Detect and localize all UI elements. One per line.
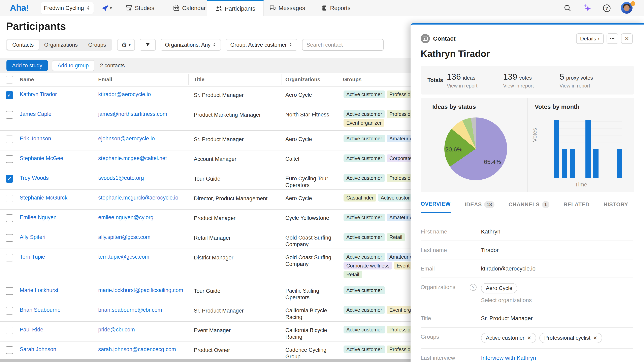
- view-in-report-link[interactable]: View in report: [503, 83, 560, 89]
- row-checkbox[interactable]: [6, 287, 13, 295]
- tab-contacts[interactable]: Contacts: [7, 40, 39, 50]
- table-row: Ally Spiterially.spiteri@gcsc.comRetail …: [0, 229, 410, 249]
- contact-name-link[interactable]: Marie Lockhurst: [20, 287, 58, 293]
- filter-button[interactable]: [140, 39, 156, 51]
- contact-name-link[interactable]: Terri Tupie: [20, 254, 45, 260]
- settings-dropdown-button[interactable]: ⚙︎ ▾: [117, 39, 135, 51]
- tab-overview[interactable]: OVERVIEW: [420, 199, 450, 213]
- search-button[interactable]: [564, 4, 572, 12]
- contact-email-link[interactable]: emilee.nguyen@cy.org: [98, 214, 154, 221]
- col-name[interactable]: Name: [20, 76, 34, 83]
- workspace-nav-menu[interactable]: ▾: [100, 4, 112, 12]
- col-title[interactable]: Title: [194, 76, 204, 83]
- contact-email-link[interactable]: brian.seabourne@cbr.com: [98, 307, 162, 313]
- add-to-study-button[interactable]: Add to study: [6, 60, 48, 71]
- group-badge: Active customer: [344, 135, 385, 142]
- details-button[interactable]: Details ›: [576, 33, 604, 44]
- contact-name-link[interactable]: Emilee Nguyen: [20, 214, 56, 221]
- group-badge: Active customer: [344, 233, 385, 241]
- bar: [593, 149, 598, 178]
- table-row: ✓Kathryn Tiradorktirador@aerocycle.ioSr.…: [0, 86, 410, 106]
- row-checkbox[interactable]: [6, 307, 13, 315]
- horizontal-scrollbar[interactable]: [0, 359, 410, 362]
- group-badge: Amateur cyclist: [386, 253, 410, 261]
- contact-name-link[interactable]: James Caple: [20, 111, 52, 117]
- contact-email-link[interactable]: twoods1@euto.org: [98, 175, 144, 181]
- more-actions-button[interactable]: •••: [606, 33, 618, 44]
- remove-chip-icon[interactable]: ✕: [593, 335, 597, 341]
- row-checkbox[interactable]: [6, 327, 13, 334]
- contact-email-link[interactable]: ejohnson@aerocycle.io: [98, 136, 155, 142]
- add-to-group-button[interactable]: Add to group: [52, 60, 94, 71]
- view-in-report-link[interactable]: View in report: [560, 83, 616, 89]
- aha-logo[interactable]: Aha!: [10, 3, 29, 13]
- row-checkbox[interactable]: [6, 111, 13, 119]
- nav-item-participants[interactable]: Participants: [207, 0, 264, 16]
- contact-email-link[interactable]: ally.spiteri@gcsc.com: [98, 234, 150, 240]
- help-button[interactable]: ?: [602, 4, 611, 12]
- contact-name-link[interactable]: Stephanie McGurck: [20, 195, 68, 201]
- field-value[interactable]: ktirador@aerocycle.io: [481, 265, 536, 272]
- contact-name-link[interactable]: Erik Johnson: [20, 136, 51, 142]
- contact-email-link[interactable]: stephanie.mcgee@caltel.net: [98, 155, 167, 161]
- contact-name-link[interactable]: Ally Spiteri: [20, 234, 46, 240]
- contact-email-link[interactable]: terri.tupie@gcsc.com: [98, 254, 149, 260]
- tab-groups[interactable]: Groups: [83, 40, 111, 50]
- tab-organizations[interactable]: Organizations: [39, 40, 83, 50]
- col-email[interactable]: Email: [98, 76, 112, 83]
- contact-name-link[interactable]: Sarah Johnson: [20, 346, 56, 353]
- interview-link[interactable]: Interview with Kathryn: [481, 354, 536, 362]
- tab-ideas[interactable]: IDEAS 18: [465, 199, 494, 213]
- col-organizations[interactable]: Organizations: [285, 76, 320, 83]
- col-groups[interactable]: Groups: [343, 76, 362, 83]
- organizations-filter-dropdown[interactable]: Organizations: Any: [160, 39, 221, 51]
- contact-email-link[interactable]: sarah.johnson@cadencecg.com: [98, 346, 176, 353]
- contact-email-link[interactable]: james@northstarfitness.com: [98, 111, 167, 117]
- nav-item-studies[interactable]: Studies: [126, 0, 154, 16]
- contact-name-link[interactable]: Kathryn Tirador: [20, 91, 57, 97]
- contact-email-link[interactable]: stephanie.mcgurck@aerocycle.io: [98, 195, 178, 201]
- row-checkbox[interactable]: [6, 234, 13, 242]
- group-filter-dropdown[interactable]: Group: Active customer: [226, 39, 297, 51]
- contact-email-link[interactable]: pride@cbr.com: [98, 327, 135, 333]
- remove-chip-icon[interactable]: ✕: [527, 335, 531, 341]
- field-value[interactable]: Tirador: [481, 246, 499, 254]
- row-checkbox[interactable]: ✓: [6, 175, 13, 183]
- select-all-checkbox[interactable]: [6, 76, 13, 83]
- row-checkbox[interactable]: [6, 195, 13, 202]
- tab-related[interactable]: RELATED: [564, 199, 590, 213]
- row-checkbox[interactable]: [6, 136, 13, 143]
- contact-organization: North Star Fitness: [285, 111, 337, 118]
- contact-name-link[interactable]: Trey Woods: [20, 175, 49, 181]
- row-checkbox[interactable]: ✓: [6, 91, 13, 99]
- field-value[interactable]: Sr. Product Manager: [481, 314, 533, 322]
- select-organizations-placeholder[interactable]: Select organizations: [481, 297, 532, 304]
- view-in-report-link[interactable]: View in report: [447, 83, 503, 89]
- group-chip[interactable]: Professional cyclist ✕: [539, 333, 602, 343]
- tab-history[interactable]: HISTORY: [604, 199, 628, 213]
- help-tooltip-icon[interactable]: ?: [470, 284, 476, 291]
- ai-assistant-button[interactable]: [582, 3, 592, 13]
- row-checkbox[interactable]: [6, 214, 13, 222]
- row-checkbox[interactable]: [6, 346, 13, 354]
- organization-chip[interactable]: Aero Cycle: [481, 283, 517, 293]
- group-chip[interactable]: Active customer ✕: [481, 333, 536, 343]
- contact-email-link[interactable]: ktirador@aerocycle.io: [98, 91, 151, 97]
- tab-channels[interactable]: CHANNELS 1: [508, 199, 550, 213]
- workspace-selector[interactable]: Fredwin Cycling: [41, 2, 94, 14]
- contact-name-link[interactable]: Stephanie McGee: [20, 155, 63, 161]
- stat-proxy-votes: 5 proxy votes View in report: [560, 72, 616, 89]
- contact-name-link[interactable]: Brian Seabourne: [20, 307, 60, 313]
- svg-text:?: ?: [605, 6, 608, 11]
- close-drawer-button[interactable]: ✕: [621, 33, 633, 44]
- contact-email-link[interactable]: marie.lockhurst@pacificsailing.com: [98, 287, 183, 293]
- field-label: Organizations: [420, 284, 456, 304]
- row-checkbox[interactable]: [6, 155, 13, 163]
- row-checkbox[interactable]: [6, 254, 13, 261]
- nav-item-calendar[interactable]: Calendar: [173, 0, 206, 16]
- field-value[interactable]: Kathryn: [481, 228, 500, 235]
- contact-name-link[interactable]: Paul Ride: [20, 327, 43, 333]
- nav-item-messages[interactable]: Messages: [269, 0, 305, 16]
- search-contact-input[interactable]: [302, 39, 384, 51]
- nav-item-reports[interactable]: Reports: [321, 0, 350, 16]
